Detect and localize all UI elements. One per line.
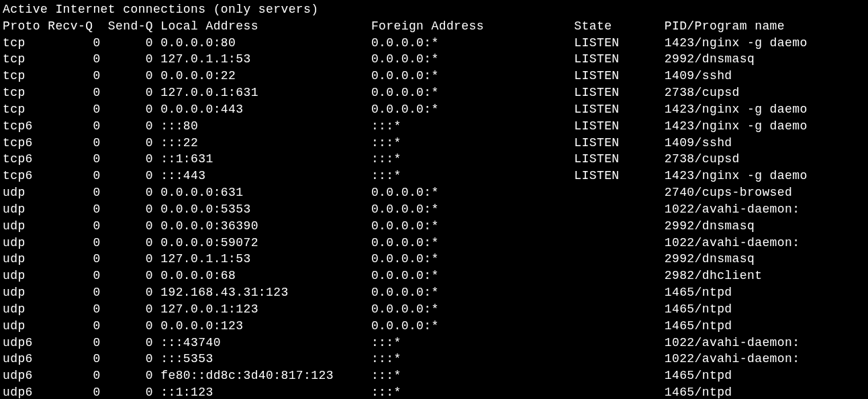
table-row: udp6 0 0 :::5353 :::* 1022/avahi-daemon:: [3, 351, 865, 367]
netstat-rows: tcp 0 0 0.0.0.0:80 0.0.0.0:* LISTEN 1423…: [3, 35, 865, 399]
table-row: udp 0 0 0.0.0.0:5353 0.0.0.0:* 1022/avah…: [3, 201, 865, 218]
table-row: tcp6 0 0 :::443 :::* LISTEN 1423/nginx -…: [3, 168, 865, 184]
table-row: udp 0 0 0.0.0.0:36390 0.0.0.0:* 2992/dns…: [3, 218, 865, 235]
table-row: tcp 0 0 127.0.1.1:53 0.0.0.0:* LISTEN 29…: [3, 51, 865, 68]
table-row: udp 0 0 0.0.0.0:123 0.0.0.0:* 1465/ntpd: [3, 318, 865, 335]
table-row: udp 0 0 127.0.0.1:123 0.0.0.0:* 1465/ntp…: [3, 301, 865, 318]
table-row: udp 0 0 127.0.1.1:53 0.0.0.0:* 2992/dnsm…: [3, 251, 865, 268]
table-row: tcp 0 0 0.0.0.0:80 0.0.0.0:* LISTEN 1423…: [3, 35, 865, 52]
table-row: udp6 0 0 ::1:123 :::* 1465/ntpd: [3, 384, 865, 399]
table-row: udp 0 0 0.0.0.0:68 0.0.0.0:* 2982/dhclie…: [3, 268, 865, 284]
table-row: tcp6 0 0 ::1:631 :::* LISTEN 2738/cupsd: [3, 151, 865, 168]
table-row: tcp 0 0 0.0.0.0:22 0.0.0.0:* LISTEN 1409…: [3, 68, 865, 84]
table-row: udp 0 0 0.0.0.0:631 0.0.0.0:* 2740/cups-…: [3, 184, 865, 201]
netstat-title: Active Internet connections (only server…: [3, 1, 865, 18]
table-row: tcp 0 0 0.0.0.0:443 0.0.0.0:* LISTEN 142…: [3, 101, 865, 118]
table-row: udp6 0 0 fe80::dd8c:3d40:817:123 :::* 14…: [3, 367, 865, 384]
table-row: tcp6 0 0 :::80 :::* LISTEN 1423/nginx -g…: [3, 118, 865, 135]
table-row: udp 0 0 192.168.43.31:123 0.0.0.0:* 1465…: [3, 284, 865, 301]
table-row: tcp 0 0 127.0.0.1:631 0.0.0.0:* LISTEN 2…: [3, 84, 865, 101]
table-row: udp6 0 0 :::43740 :::* 1022/avahi-daemon…: [3, 335, 865, 351]
netstat-header: Proto Recv-Q Send-Q Local Address Foreig…: [3, 18, 865, 35]
table-row: tcp6 0 0 :::22 :::* LISTEN 1409/sshd: [3, 135, 865, 152]
table-row: udp 0 0 0.0.0.0:59072 0.0.0.0:* 1022/ava…: [3, 235, 865, 251]
